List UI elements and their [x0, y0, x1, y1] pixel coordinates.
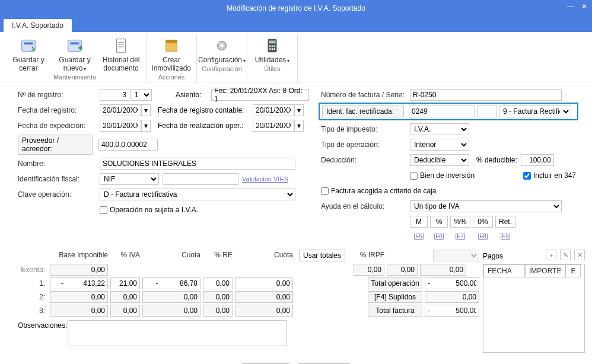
gear-icon: [213, 37, 231, 55]
pct-deducible-input[interactable]: [521, 154, 554, 166]
r1-cuota2-input[interactable]: [235, 277, 293, 289]
title-bar: Modificación de registro de I.V.A. Sopor…: [0, 0, 592, 17]
n-registro-input[interactable]: [100, 89, 129, 101]
suplidos-button[interactable]: [F4] Suplidos: [368, 291, 422, 303]
proveedor-input[interactable]: [98, 139, 158, 151]
usar-totales-button[interactable]: Usar totales: [299, 250, 345, 261]
deduccion-select[interactable]: Deducible: [410, 154, 469, 166]
ribbon-crear-inmovilizado[interactable]: Crear inmovilizado: [151, 36, 192, 72]
id-fiscal-input[interactable]: [163, 173, 238, 185]
pagos-col-fecha[interactable]: FECHA: [483, 264, 525, 277]
num-factura-input[interactable]: [410, 89, 562, 101]
irpf-v1-input[interactable]: [354, 264, 384, 276]
row-1-label: 1:: [18, 279, 47, 288]
calc-pct-button[interactable]: %: [430, 216, 448, 228]
r1-pctre-input[interactable]: [203, 277, 233, 289]
n-registro-seq-select[interactable]: 1: [131, 89, 152, 101]
ident-rectificada-button[interactable]: Ident. fac. rectificada:: [322, 106, 404, 117]
svg-rect-1: [24, 42, 33, 44]
calc-ret-button[interactable]: Ret.: [495, 216, 515, 228]
total-operacion-value: [425, 277, 479, 289]
tab-iva-soportado[interactable]: I.V.A. Soportado: [4, 19, 72, 32]
fecha-registro-picker[interactable]: ▾: [141, 104, 151, 116]
ayuda-calculo-label: Ayuda en el cálculo:: [321, 202, 410, 210]
ident-rectificada-serie-input[interactable]: [478, 106, 496, 117]
exenta-base-input[interactable]: [50, 264, 108, 276]
ident-rectificada-input[interactable]: [409, 106, 475, 117]
hdr-pctre: % RE: [203, 251, 233, 260]
proveedor-button[interactable]: Proveedor / acreedor:: [18, 135, 93, 155]
asiento-button[interactable]: Fec: 20/01/20XX Asi: 8 Ord: 1: [211, 89, 309, 101]
fecha-reg-contable-label: Fecha de registro contable:: [158, 106, 253, 114]
minimize-button[interactable]: —: [567, 2, 574, 11]
fecha-reg-contable-picker[interactable]: ▾: [294, 104, 304, 116]
irpf-v3-input[interactable]: [420, 264, 466, 276]
irpf-v2-input[interactable]: [387, 264, 418, 276]
close-button[interactable]: ✕: [581, 2, 587, 11]
tipo-operacion-select[interactable]: Interior: [410, 139, 469, 151]
svg-rect-9: [166, 40, 177, 43]
fecha-realizacion-input[interactable]: [253, 120, 294, 132]
observaciones-textarea[interactable]: [68, 320, 287, 346]
ribbon-group-configuracion: Configuración: [202, 65, 242, 72]
ident-rectificada-tipo-select[interactable]: 9 - Factura Rectificativa: [499, 106, 571, 117]
total-operacion-label: Total operación: [368, 277, 422, 289]
nombre-input[interactable]: [100, 158, 295, 170]
pagos-title: Pagos: [483, 252, 503, 260]
r3-pctiva-input[interactable]: [110, 305, 140, 317]
calc-0pct-button[interactable]: 0%: [473, 216, 493, 228]
pagos-add-button[interactable]: ＋: [546, 250, 556, 260]
op-no-sujeta-checkbox[interactable]: Operación no sujeta a I.V.A.: [100, 206, 198, 214]
pagos-col-importe[interactable]: IMPORTE: [525, 264, 565, 277]
hdr-pctiva: % IVA: [110, 251, 140, 260]
pagos-edit-button[interactable]: ✎: [560, 250, 571, 260]
incluir-347-checkbox[interactable]: Incluir en 347: [523, 171, 576, 180]
fecha-realizacion-picker[interactable]: ▾: [294, 120, 304, 132]
num-factura-label: Número de factura / Serie:: [321, 91, 410, 99]
calc-m-button[interactable]: M: [410, 216, 428, 228]
ribbon-historial[interactable]: Historial del documento: [101, 36, 141, 72]
r1-base-input[interactable]: [50, 277, 108, 289]
ribbon-guardar-cerrar[interactable]: Guardar y cerrar: [8, 36, 49, 72]
svg-point-17: [269, 48, 271, 50]
bien-inversion-checkbox[interactable]: Bien de inversión: [410, 171, 475, 180]
tipo-impuesto-select[interactable]: I.V.A.: [410, 123, 469, 135]
r3-base-input[interactable]: [50, 305, 108, 317]
pagos-col-e[interactable]: E: [565, 264, 581, 277]
ribbon-utilidades[interactable]: Utilidades▾: [252, 36, 292, 64]
r1-pctiva-input[interactable]: [110, 277, 140, 289]
ayuda-calculo-select[interactable]: Un tipo de IVA: [410, 200, 562, 212]
fecha-expedicion-label: Fecha de expedición:: [18, 122, 100, 130]
r2-cuota-input[interactable]: [142, 291, 200, 303]
ribbon-configuracion[interactable]: Configuración▾: [202, 36, 242, 64]
r2-base-input[interactable]: [50, 291, 108, 303]
svg-rect-2: [68, 40, 82, 52]
r1-cuota-input[interactable]: [142, 277, 200, 289]
fecha-expedicion-input[interactable]: [100, 120, 141, 132]
r3-cuota2-input[interactable]: [235, 305, 293, 317]
r3-cuota-input[interactable]: [142, 305, 200, 317]
pagos-delete-button[interactable]: ✕: [574, 250, 585, 260]
fecha-expedicion-picker[interactable]: ▾: [141, 120, 151, 132]
asiento-label: Asiento:: [176, 91, 211, 99]
document-icon: [112, 37, 130, 55]
r2-cuota2-input[interactable]: [235, 291, 293, 303]
svg-point-19: [273, 48, 275, 50]
save-new-icon: [66, 37, 84, 55]
ribbon-guardar-nuevo[interactable]: Guardar y nuevo▾: [55, 36, 95, 72]
fecha-registro-input[interactable]: [100, 104, 141, 116]
r2-pctre-input[interactable]: [203, 291, 233, 303]
r3-pctre-input[interactable]: [203, 305, 233, 317]
calc-pctpct-button[interactable]: %%: [450, 216, 470, 228]
ribbon-group-utiles: Útiles: [264, 65, 281, 72]
row-2-label: 2:: [18, 293, 47, 301]
factura-caja-checkbox[interactable]: Factura acogida a criterio de caja: [321, 187, 436, 195]
pagos-grid[interactable]: FECHA IMPORTE E: [483, 264, 585, 353]
r2-pctiva-input[interactable]: [110, 291, 140, 303]
irpf-select[interactable]: [433, 250, 479, 261]
clave-operacion-select[interactable]: D - Factura rectificativa: [100, 189, 295, 200]
row-exenta-label: Exenta:: [18, 266, 47, 274]
fecha-reg-contable-input[interactable]: [253, 104, 294, 116]
id-fiscal-tipo-select[interactable]: NIF: [100, 173, 159, 185]
validacion-vies-link[interactable]: Validación VIES: [242, 175, 288, 183]
